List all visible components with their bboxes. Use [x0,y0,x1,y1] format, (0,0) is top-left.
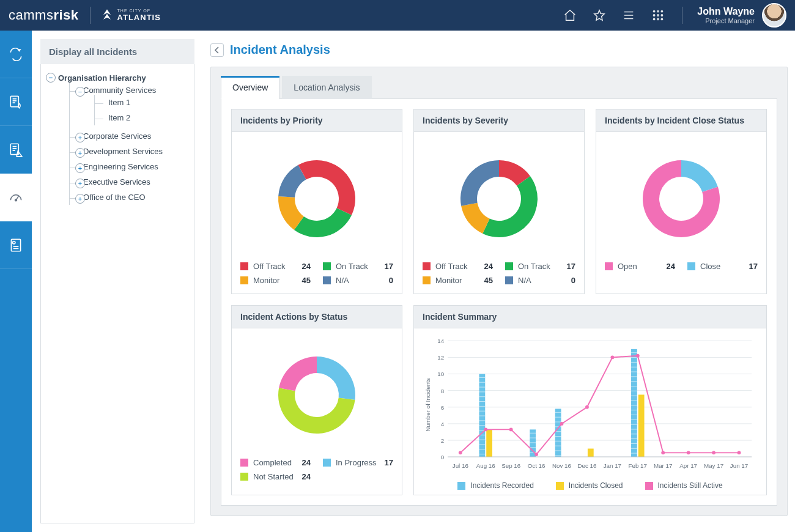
legend-value: 17 [749,262,758,271]
svg-text:Nov 16: Nov 16 [552,462,571,469]
tree-node[interactable]: +Development Services [70,144,190,159]
org-tree: − Organisation Hierarchy −Community Serv… [40,64,194,523]
home-icon[interactable] [561,6,579,24]
swatch [605,262,613,270]
swatch [240,459,248,467]
legend-value: 24 [302,262,311,271]
legend-label: Off Track [435,262,479,271]
rail-refresh-edit[interactable] [0,31,32,78]
rail-template[interactable] [0,221,32,269]
svg-rect-33 [486,429,492,457]
legend-label: Incidents Closed [569,481,623,490]
expand-icon[interactable]: + [75,179,85,188]
swatch [505,262,513,270]
svg-text:Aug 16: Aug 16 [476,462,495,469]
legend-label: Incidents Still Active [658,481,723,490]
legend-label: Completed [253,458,297,467]
legend-value: 24 [484,262,493,271]
swatch [645,482,653,490]
avatar[interactable] [762,3,786,28]
card-priority: Incidents by Priority Off Track24On Trac… [231,109,402,294]
svg-text:Jan 17: Jan 17 [604,462,621,469]
svg-point-107 [534,453,538,456]
topbar-divider [682,7,682,24]
summary-legend: Incidents Recorded Incidents Closed Inci… [423,481,758,490]
tree-node-label: Executive Services [83,177,150,187]
collapse-icon[interactable]: − [75,87,85,97]
legend-value: 45 [484,276,493,285]
legend-item: N/A0 [505,276,575,285]
legend-label: Monitor [435,276,479,285]
user-block[interactable]: John Wayne Project Manager [697,3,786,28]
legend-value: 24 [667,262,675,271]
svg-text:Apr 17: Apr 17 [679,462,697,469]
swatch [240,473,248,481]
tree-node-label: Engineering Services [83,162,158,171]
star-icon[interactable] [590,6,608,24]
svg-rect-76 [638,394,645,457]
legend-label: In Progress [336,458,380,467]
expand-icon[interactable]: + [75,194,85,204]
chevron-left-icon [214,46,220,54]
expand-icon[interactable]: + [75,148,85,158]
svg-point-105 [484,427,487,431]
svg-text:6: 6 [441,404,444,411]
apps-icon[interactable] [649,6,667,24]
tree-node[interactable]: +Executive Services [70,174,190,190]
svg-text:10: 10 [437,371,444,377]
legend-label: Close [700,262,744,271]
svg-text:Oct 16: Oct 16 [528,462,545,469]
swatch [240,262,248,270]
donut-chart [635,153,727,245]
swatch [505,276,513,284]
legend-item: Monitor45 [240,276,311,285]
swatch [687,262,695,270]
legend-label: On Track [336,262,380,271]
tree-node[interactable]: +Corporate Services [70,128,190,144]
legend-label: N/A [518,276,566,285]
svg-point-0 [654,10,655,12]
menu-icon[interactable] [619,6,638,24]
collapse-icon[interactable]: − [46,73,56,83]
legend: Off Track24On Track17Monitor45N/A0 [423,262,575,285]
nav-rail [0,31,32,532]
panel-title: Display all Incidents [40,39,194,64]
swatch [323,459,331,467]
card-summary: Incident Summary 02468101214Number of In… [413,305,767,495]
back-button[interactable] [210,43,224,57]
tree-root[interactable]: − Organisation Hierarchy −Community Serv… [45,70,190,208]
client-mark-icon [102,8,113,23]
legend-value: 0 [389,276,393,285]
expand-icon[interactable]: + [75,163,85,173]
tree-node[interactable]: −Community ServicesItem 1Item 2 [70,83,190,128]
svg-rect-9 [10,96,18,106]
donut-chart [271,153,363,245]
summary-chart: 02468101214Number of IncidentsJul 16Aug … [423,334,758,475]
brand-block: cammsrisk THE CITY OFATLANTIS [9,7,161,24]
legend-value: 24 [302,472,311,481]
legend-label: Not Started [253,472,297,481]
tree-leaf[interactable]: Item 2 [95,110,190,125]
svg-rect-75 [631,349,637,457]
tree-node[interactable]: +Engineering Services [70,159,190,174]
swatch [423,276,431,284]
svg-point-112 [661,451,665,454]
top-bar: cammsrisk THE CITY OFATLANTIS John Wayne… [0,0,795,31]
rail-report-alert[interactable] [0,126,32,174]
tab-overview[interactable]: Overview [221,76,279,99]
svg-point-104 [459,451,462,454]
expand-icon[interactable]: + [75,133,85,142]
legend-item: Open24 [605,262,675,271]
side-panel: Display all Incidents − Organisation Hie… [32,31,203,532]
tree-leaf[interactable]: Item 1 [95,95,190,110]
legend-item: Monitor45 [423,276,493,285]
swatch [423,262,431,270]
rail-dashboard[interactable] [0,174,32,221]
swatch [323,262,331,270]
svg-text:4: 4 [441,421,445,427]
svg-point-113 [687,451,690,454]
svg-text:Sep 16: Sep 16 [501,462,520,469]
rail-report-fire[interactable] [0,78,32,126]
tab-location-analysis[interactable]: Location Analysis [282,76,371,99]
tree-node[interactable]: +Office of the CEO [70,190,190,205]
